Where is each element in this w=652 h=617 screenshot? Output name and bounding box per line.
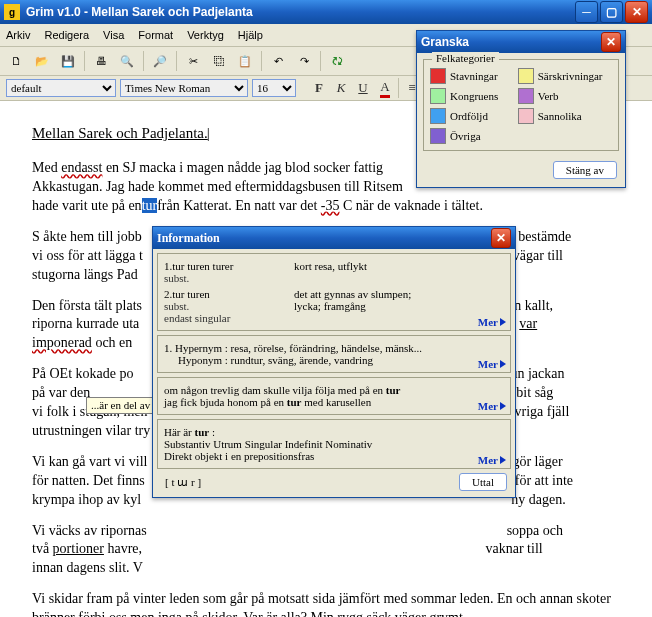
print-icon[interactable]: 🖶: [91, 51, 111, 71]
menu-format[interactable]: Format: [138, 29, 173, 41]
cat-ordfoljd: Ordföljd: [430, 108, 508, 124]
swatch-sannolika: [518, 108, 534, 124]
refresh-icon[interactable]: 🗘: [327, 51, 347, 71]
granska-close-button[interactable]: ✕: [601, 32, 621, 52]
paragraph-6: Vi väcks av ripornassoppa och två portio…: [32, 522, 620, 579]
arrow-right-icon: [500, 456, 506, 464]
arrow-right-icon: [500, 402, 506, 410]
italic-button[interactable]: K: [332, 79, 350, 97]
cat-kongruens: Kongruens: [430, 88, 508, 104]
info-hypernyms: 1. Hypernym : resa, rörelse, förändring,…: [157, 335, 511, 373]
menu-hjalp[interactable]: Hjälp: [238, 29, 263, 41]
find-icon[interactable]: 🔎: [150, 51, 170, 71]
information-title: Information: [157, 231, 220, 246]
swatch-ovriga: [430, 128, 446, 144]
save-icon[interactable]: 💾: [58, 51, 78, 71]
app-icon: g: [4, 4, 20, 20]
window-title: Grim v1.0 - Mellan Sarek och Padjelanta: [26, 5, 253, 19]
cat-sarskrivningar: Särskrivningar: [518, 68, 612, 84]
spell-error-imponerad: imponerad: [32, 335, 92, 350]
arrow-right-icon: [500, 360, 506, 368]
info-senses: 1.tur turen turer subst. kort resa, utfl…: [157, 253, 511, 331]
granska-panel: Granska ✕ Felkategorier Stavningar Särsk…: [416, 30, 626, 188]
swatch-kongruens: [430, 88, 446, 104]
cut-icon[interactable]: ✂: [183, 51, 203, 71]
felkategorier-legend: Felkategorier: [432, 52, 499, 64]
cat-stavningar: Stavningar: [430, 68, 508, 84]
info-senses-more[interactable]: Mer: [478, 316, 506, 328]
maximize-button[interactable]: ▢: [600, 1, 623, 23]
style-select[interactable]: default: [6, 79, 116, 97]
underline-button[interactable]: U: [354, 79, 372, 97]
swatch-sarskrivningar: [518, 68, 534, 84]
menu-redigera[interactable]: Redigera: [44, 29, 89, 41]
information-close-button[interactable]: ✕: [491, 228, 511, 248]
arrow-right-icon: [500, 318, 506, 326]
info-grammar: Här är tur : Substantiv Utrum Singular I…: [157, 419, 511, 469]
info-grammar-more[interactable]: Mer: [478, 454, 506, 466]
granska-title: Granska: [421, 35, 469, 49]
info-hypernyms-more[interactable]: Mer: [478, 358, 506, 370]
copy-icon[interactable]: ⿻: [209, 51, 229, 71]
open-icon[interactable]: 📂: [32, 51, 52, 71]
info-examples: om någon trevlig dam skulle vilja följa …: [157, 377, 511, 415]
selected-word-tur: tur: [142, 198, 158, 213]
size-select[interactable]: 16: [252, 79, 296, 97]
cat-sannolika: Sannolika: [518, 108, 612, 124]
redo-icon[interactable]: ↷: [294, 51, 314, 71]
minimize-button[interactable]: ─: [575, 1, 598, 23]
menu-verktyg[interactable]: Verktyg: [187, 29, 224, 41]
close-button[interactable]: ✕: [625, 1, 648, 23]
menu-visa[interactable]: Visa: [103, 29, 124, 41]
swatch-ordfoljd: [430, 108, 446, 124]
undo-icon[interactable]: ↶: [268, 51, 288, 71]
info-examples-more[interactable]: Mer: [478, 400, 506, 412]
swatch-stavningar: [430, 68, 446, 84]
cat-ovriga: Övriga: [430, 128, 508, 144]
uttal-button[interactable]: Uttal: [459, 473, 507, 491]
paragraph-7: Vi skidar fram på vinter leden som går p…: [32, 590, 620, 617]
print-preview-icon[interactable]: 🔍: [117, 51, 137, 71]
bold-button[interactable]: F: [310, 79, 328, 97]
paste-icon[interactable]: 📋: [235, 51, 255, 71]
menu-arkiv[interactable]: Arkiv: [6, 29, 30, 41]
swatch-verb: [518, 88, 534, 104]
granska-close-off-button[interactable]: Stäng av: [553, 161, 617, 179]
cat-verb: Verb: [518, 88, 612, 104]
font-color-button[interactable]: A: [376, 79, 394, 97]
new-doc-icon[interactable]: 🗋: [6, 51, 26, 71]
spell-error-endasst: endasst: [61, 160, 102, 175]
info-phonetic: [ t ɯ r ]: [165, 476, 201, 489]
information-panel: Information ✕ 1.tur turen turer subst. k…: [152, 226, 516, 498]
font-select[interactable]: Times New Roman: [120, 79, 248, 97]
spell-error-neg35: -35: [321, 198, 340, 213]
window-titlebar: g Grim v1.0 - Mellan Sarek och Padjelant…: [0, 0, 652, 24]
